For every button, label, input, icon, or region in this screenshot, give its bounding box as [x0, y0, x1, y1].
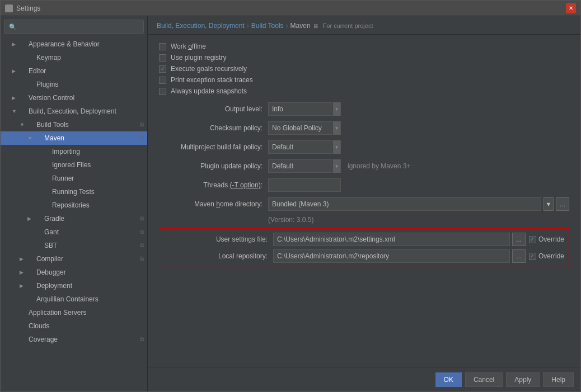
title-bar: Settings ✕	[1, 1, 580, 16]
local-repo-input[interactable]	[273, 249, 510, 263]
sidebar-item-label: Importing	[52, 148, 80, 155]
always-update-label: Always update snapshots	[171, 87, 247, 95]
sidebar-item-label: Repositories	[52, 201, 90, 209]
ok-button[interactable]: OK	[435, 372, 462, 387]
sidebar-item-running-tests[interactable]: Running Tests	[1, 185, 147, 199]
checksum-policy-control: No Global Policy	[268, 121, 569, 135]
breadcrumb-project-label: For current project	[323, 22, 373, 29]
sidebar-item-gradle[interactable]: ▶ Gradle ⧉	[1, 212, 147, 225]
checkbox-work-offline: Work offline	[159, 42, 569, 50]
help-button[interactable]: Help	[543, 372, 574, 387]
checksum-policy-arrow	[332, 121, 340, 135]
sidebar-item-label: Ignored Files	[52, 161, 91, 169]
sidebar-item-debugger[interactable]: ▶ Debugger	[1, 266, 147, 279]
user-settings-browse[interactable]: …	[512, 233, 526, 246]
sidebar-item-sbt[interactable]: SBT ⧉	[1, 239, 147, 252]
user-settings-label: User settings file:	[164, 235, 273, 243]
sidebar-item-deployment[interactable]: ▶ Deployment	[1, 279, 147, 292]
local-repo-override-checkbox[interactable]	[529, 253, 536, 260]
sidebar-item-compiler[interactable]: ▶ Compiler ⧉	[1, 252, 147, 266]
breadcrumb: Build, Execution, Deployment › Build Too…	[148, 16, 580, 35]
maven-home-browse-btn[interactable]: …	[556, 197, 569, 211]
sidebar-item-label: Build Tools	[36, 121, 69, 129]
sidebar-item-app-servers[interactable]: Application Servers	[1, 306, 147, 319]
sidebar-item-clouds[interactable]: Clouds	[1, 319, 147, 333]
sidebar-item-importing[interactable]: Importing	[1, 145, 147, 158]
content-area: 🔍 ▶ Appearance & Behavior Keymap	[1, 16, 580, 391]
copy-icon: ⧉	[140, 215, 144, 222]
work-offline-label: Work offline	[171, 42, 206, 50]
search-box[interactable]: 🔍	[4, 20, 144, 34]
threads-input[interactable]	[268, 178, 341, 192]
sidebar-item-keymap[interactable]: Keymap	[1, 51, 147, 64]
title-bar-left: Settings	[5, 4, 40, 12]
plugin-registry-checkbox[interactable]	[159, 54, 166, 62]
sidebar-item-maven[interactable]: ▼ Maven ⧉	[1, 131, 147, 145]
sidebar-item-runner[interactable]: Runner	[1, 172, 147, 185]
local-repo-browse[interactable]: …	[512, 249, 526, 263]
sidebar-item-build-tools[interactable]: ▼ Build Tools ⧉	[1, 118, 147, 131]
sidebar-item-ignored-files[interactable]: Ignored Files	[1, 158, 147, 172]
sidebar-item-label: Build, Execution, Deployment	[29, 107, 116, 115]
output-level-value: Info	[272, 105, 328, 113]
checksum-policy-value: No Global Policy	[272, 124, 328, 132]
plugin-update-control: Default ignored by Maven 3+	[268, 159, 569, 173]
multiproject-label: Multiproject build fail policy:	[159, 143, 268, 151]
user-settings-row: User settings file: … Override	[164, 232, 564, 247]
maven-content: Work offline Use plugin registry Execute…	[148, 35, 580, 367]
tree-area: ▶ Appearance & Behavior Keymap ▶ Editor	[1, 37, 147, 391]
local-repo-actions: … Override	[512, 249, 564, 263]
search-input[interactable]	[20, 23, 139, 31]
arrow-icon: ▶	[12, 95, 18, 101]
cancel-button[interactable]: Cancel	[465, 372, 503, 387]
close-button[interactable]: ✕	[566, 3, 576, 13]
sidebar: 🔍 ▶ Appearance & Behavior Keymap	[1, 16, 148, 391]
checkbox-plugin-registry: Use plugin registry	[159, 54, 569, 62]
sidebar-item-repositories[interactable]: Repositories	[1, 199, 147, 212]
always-update-checkbox[interactable]	[159, 88, 166, 95]
sidebar-item-label: Gradle	[44, 215, 64, 223]
maven-home-dropdown-btn[interactable]: ▼	[543, 197, 554, 211]
breadcrumb-maven: Maven	[290, 22, 311, 30]
sidebar-item-label: Maven	[44, 134, 64, 142]
sidebar-item-label: Keymap	[36, 54, 61, 62]
sidebar-item-version-control[interactable]: ▶ Version Control	[1, 91, 147, 105]
user-settings-override-checkbox[interactable]	[529, 236, 536, 243]
checksum-policy-dropdown[interactable]: No Global Policy	[268, 121, 341, 135]
output-level-row: Output level: Info	[159, 102, 569, 116]
main-panel: Build, Execution, Deployment › Build Too…	[148, 16, 580, 391]
work-offline-checkbox[interactable]	[159, 43, 166, 50]
output-level-dropdown[interactable]: Info	[268, 102, 341, 116]
form-rows: Output level: Info Checksum policy:	[159, 102, 569, 267]
multiproject-dropdown[interactable]: Default	[268, 140, 341, 154]
breadcrumb-sep-1: ›	[247, 22, 249, 30]
arrow-icon: ▶	[20, 256, 26, 262]
sidebar-item-editor[interactable]: ▶ Editor	[1, 64, 147, 78]
user-settings-input[interactable]	[273, 233, 510, 246]
window-title: Settings	[16, 4, 40, 12]
sidebar-item-label: Running Tests	[52, 188, 95, 196]
sidebar-item-plugins[interactable]: Plugins	[1, 78, 147, 91]
output-level-control: Info	[268, 102, 569, 116]
plugin-update-dropdown[interactable]: Default	[268, 159, 341, 173]
apply-button[interactable]: Apply	[506, 372, 540, 387]
execute-goals-checkbox[interactable]	[159, 65, 166, 73]
arrow-icon: ▶	[20, 270, 26, 275]
breadcrumb-build-tools[interactable]: Build Tools	[251, 22, 284, 30]
sidebar-item-coverage[interactable]: Coverage ⧉	[1, 333, 147, 346]
arrow-icon: ▶	[20, 283, 26, 289]
maven-home-input[interactable]	[268, 197, 541, 211]
copy-icon: ⧉	[140, 121, 144, 128]
sidebar-item-appearance[interactable]: ▶ Appearance & Behavior	[1, 37, 147, 51]
breadcrumb-sep-2: ›	[286, 22, 288, 30]
sidebar-item-arquillian[interactable]: Arquillian Containers	[1, 292, 147, 306]
breadcrumb-build-exec[interactable]: Build, Execution, Deployment	[157, 22, 245, 30]
sidebar-item-build-exec[interactable]: ▼ Build, Execution, Deployment	[1, 105, 147, 118]
maven-version: (Version: 3.0.5)	[268, 216, 569, 224]
sidebar-item-label: Coverage	[29, 336, 58, 343]
plugin-update-label: Plugin update policy:	[159, 162, 268, 170]
print-exception-checkbox[interactable]	[159, 77, 166, 84]
checkbox-print-exception: Print exception stack traces	[159, 76, 569, 84]
sidebar-item-gant[interactable]: Gant ⧉	[1, 225, 147, 239]
threads-control	[268, 178, 569, 192]
